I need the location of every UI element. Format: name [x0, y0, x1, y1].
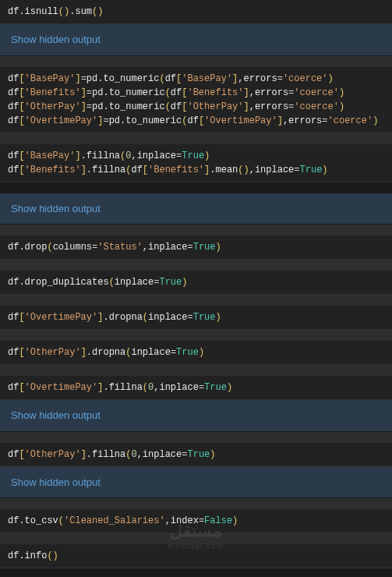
cell-gap: [0, 533, 392, 544]
show-hidden-output-toggle[interactable]: Show hidden output: [0, 193, 392, 225]
code-cell-isnull[interactable]: df.isnull().sum(): [0, 0, 392, 24]
cell-gap: [0, 182, 392, 193]
code-line: df.drop(columns='Status',inplace=True): [8, 240, 384, 254]
show-hidden-output-toggle[interactable]: Show hidden output: [0, 467, 392, 499]
code-line: df.isnull().sum(): [8, 5, 384, 19]
code-cell-dropna-otherpay[interactable]: df['OtherPay'].dropna(inplace=True): [0, 341, 392, 365]
code-line: df.info(): [8, 549, 384, 563]
cell-gap: [0, 498, 392, 509]
code-line: df['BasePay'].fillna(0,inplace=True): [8, 149, 384, 163]
code-cell-dropna-overtime[interactable]: df['OvertimePay'].dropna(inplace=True): [0, 306, 392, 330]
code-line: df['OtherPay'].fillna(0,inplace=True): [8, 448, 384, 462]
cell-gap: [0, 330, 392, 341]
code-line: df['OvertimePay'].fillna(0,inplace=True): [8, 381, 384, 395]
code-line: df.drop_duplicates(inplace=True): [8, 275, 384, 289]
show-hidden-output-toggle[interactable]: Show hidden output: [0, 24, 392, 56]
code-cell-to-csv[interactable]: df.to_csv('Cleaned_Salaries',index=False…: [0, 509, 392, 533]
cell-gap: [0, 56, 392, 67]
cell-gap: [0, 260, 392, 271]
code-line: df.to_csv('Cleaned_Salaries',index=False…: [8, 514, 384, 528]
code-line: df['OvertimePay'].dropna(inplace=True): [8, 310, 384, 324]
code-line: df['Benefits'].fillna(df['Benefits'].mea…: [8, 163, 384, 177]
show-hidden-output-toggle[interactable]: Show hidden output: [0, 400, 392, 432]
cell-gap: [0, 365, 392, 376]
code-cell-drop-status[interactable]: df.drop(columns='Status',inplace=True): [0, 235, 392, 260]
cell-gap: [0, 432, 392, 443]
code-line: df['OvertimePay']=pd.to_numeric(df['Over…: [8, 114, 384, 128]
code-line: df['BasePay']=pd.to_numeric(df['BasePay'…: [8, 72, 384, 86]
code-cell-fillna-basepay[interactable]: df['BasePay'].fillna(0,inplace=True) df[…: [0, 144, 392, 182]
code-cell-info[interactable]: df.info(): [0, 544, 392, 568]
code-line: df['OtherPay']=pd.to_numeric(df['OtherPa…: [8, 100, 384, 114]
cell-gap: [0, 295, 392, 306]
code-line: df['OtherPay'].dropna(inplace=True): [8, 345, 384, 359]
cell-gap: [0, 133, 392, 144]
code-line: df['Benefits']=pd.to_numeric(df['Benefit…: [8, 86, 384, 100]
code-cell-fillna-overtime[interactable]: df['OvertimePay'].fillna(0,inplace=True): [0, 376, 392, 400]
code-cell-drop-duplicates[interactable]: df.drop_duplicates(inplace=True): [0, 271, 392, 295]
cell-gap: [0, 225, 392, 235]
code-cell-fillna-otherpay[interactable]: df['OtherPay'].fillna(0,inplace=True): [0, 443, 392, 467]
code-cell-to-numeric[interactable]: df['BasePay']=pd.to_numeric(df['BasePay'…: [0, 67, 392, 133]
